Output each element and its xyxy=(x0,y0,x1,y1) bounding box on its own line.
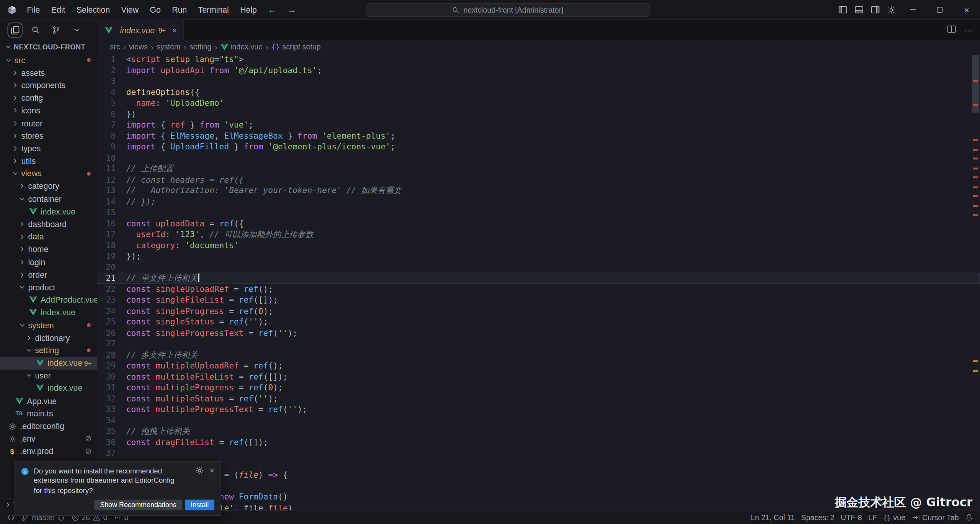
tree-item-user[interactable]: user xyxy=(0,369,97,382)
line-number[interactable]: 22 xyxy=(98,283,126,295)
line-number[interactable]: 10 xyxy=(98,152,126,164)
line-number[interactable]: 37 xyxy=(98,448,126,459)
tree-item-container[interactable]: container xyxy=(0,193,97,205)
line-number[interactable]: 9 xyxy=(98,141,126,152)
more-actions-icon[interactable]: ··· xyxy=(964,25,973,35)
tab-close-icon[interactable]: × xyxy=(172,25,177,35)
tree-item-dictionary[interactable]: dictionary xyxy=(0,332,97,344)
tree-item-icons[interactable]: icons xyxy=(0,104,97,117)
cursor-tab-item[interactable]: Cursor Tab xyxy=(908,513,962,522)
tab-index-vue[interactable]: index.vue 9+ × xyxy=(98,20,184,40)
tree-item-addproduct-vue[interactable]: AddProduct.vue xyxy=(0,294,97,306)
line-number[interactable]: 20 xyxy=(98,262,126,273)
tree-item-index-vue[interactable]: index.vue xyxy=(0,382,97,395)
tree-item-editorconfig[interactable]: .editorconfig xyxy=(0,420,97,432)
code-line-30[interactable]: 30const multipleFileList = ref([]); xyxy=(98,371,980,382)
tree-item-env[interactable]: .env xyxy=(0,432,97,445)
line-number[interactable]: 29 xyxy=(98,360,126,371)
indentation-item[interactable]: Spaces: 2 xyxy=(798,513,837,522)
line-number[interactable]: 28 xyxy=(98,349,126,360)
tree-item-category[interactable]: category xyxy=(0,180,97,193)
line-number[interactable]: 35 xyxy=(98,426,126,437)
tree-item-main-ts[interactable]: TSmain.ts xyxy=(0,407,97,420)
tree-item-assets[interactable]: assets xyxy=(0,66,97,79)
code-line-9[interactable]: 9import { UploadFilled } from '@element-… xyxy=(98,141,980,152)
line-number[interactable]: 19 xyxy=(98,251,126,262)
breadcrumb-item-views[interactable]: views xyxy=(129,43,148,51)
split-editor-icon[interactable] xyxy=(947,25,956,36)
code-line-12[interactable]: 12// const headers = ref({ xyxy=(98,174,980,185)
code-line-10[interactable]: 10 xyxy=(98,152,980,164)
line-number[interactable]: 3 xyxy=(98,76,126,87)
code-line-39[interactable]: 39const customRequest = (file) => { xyxy=(98,470,980,481)
nav-back-button[interactable]: ← xyxy=(263,4,282,15)
nav-forward-button[interactable]: → xyxy=(282,4,301,15)
code-editor[interactable]: 1<script setup lang="ts">2import uploadA… xyxy=(98,54,980,510)
window-close-button[interactable]: × xyxy=(953,0,980,20)
breadcrumb-item-system[interactable]: system xyxy=(157,43,180,51)
line-number[interactable]: 27 xyxy=(98,338,126,349)
window-minimize-button[interactable] xyxy=(899,0,926,20)
line-number[interactable]: 12 xyxy=(98,174,126,185)
code-line-1[interactable]: 1<script setup lang="ts"> xyxy=(98,54,980,65)
tree-item-system[interactable]: system xyxy=(0,319,97,332)
language-mode-item[interactable]: {} vue xyxy=(880,513,908,522)
line-number[interactable]: 17 xyxy=(98,229,126,240)
toggle-secondary-sidebar-icon[interactable] xyxy=(867,2,883,18)
toggle-panel-icon[interactable] xyxy=(851,2,867,18)
line-number[interactable]: 23 xyxy=(98,295,126,306)
line-number[interactable]: 4 xyxy=(98,87,126,98)
code-line-34[interactable]: 34 xyxy=(98,415,980,426)
notification-settings-gear-icon[interactable] xyxy=(196,467,204,475)
line-number[interactable]: 14 xyxy=(98,196,126,207)
code-line-33[interactable]: 33const multipleProgressText = ref(''); xyxy=(98,404,980,415)
code-line-18[interactable]: 18 category: 'documents' xyxy=(98,240,980,251)
code-line-29[interactable]: 29const multipleUploadRef = ref(); xyxy=(98,360,980,371)
code-line-20[interactable]: 20 xyxy=(98,262,980,273)
code-line-8[interactable]: 8import { ElMessage, ElMessageBox } from… xyxy=(98,130,980,141)
line-number[interactable]: 21 xyxy=(98,273,126,284)
line-number[interactable]: 34 xyxy=(98,415,126,426)
project-root-header[interactable]: NEXTCLOUD-FRONT xyxy=(0,40,97,54)
code-line-37[interactable]: 37 xyxy=(98,448,980,459)
tree-item-index-vue[interactable]: index.vue xyxy=(0,306,97,319)
menu-go[interactable]: Go xyxy=(144,0,167,20)
notification-close-icon[interactable]: × xyxy=(210,467,214,475)
line-number[interactable]: 13 xyxy=(98,185,126,196)
code-line-40[interactable]: 40 console.log(file) xyxy=(98,481,980,492)
line-number[interactable]: 5 xyxy=(98,98,126,109)
tree-item-app-vue[interactable]: App.vue xyxy=(0,395,97,407)
show-recommendations-button[interactable]: Show Recommendations xyxy=(94,499,182,510)
tree-item-views[interactable]: views xyxy=(0,167,97,180)
eol-item[interactable]: LF xyxy=(865,513,880,522)
code-line-11[interactable]: 11// 上传配置 xyxy=(98,163,980,174)
tree-item-components[interactable]: components xyxy=(0,79,97,92)
line-number[interactable]: 2 xyxy=(98,65,126,76)
tree-item-stores[interactable]: stores xyxy=(0,129,97,142)
line-number[interactable]: 16 xyxy=(98,218,126,229)
code-line-19[interactable]: 19}); xyxy=(98,251,980,262)
tree-item-router[interactable]: router xyxy=(0,117,97,129)
line-number[interactable]: 15 xyxy=(98,207,126,218)
menu-view[interactable]: View xyxy=(116,0,144,20)
breadcrumb-item-src[interactable]: src xyxy=(110,43,120,51)
tree-item-types[interactable]: types xyxy=(0,142,97,155)
code-line-25[interactable]: 25const singleStatus = ref(''); xyxy=(98,316,980,328)
breadcrumb-item-index-vue[interactable]: index.vue xyxy=(220,43,263,51)
code-line-22[interactable]: 22const singleUploadRef = ref(); xyxy=(98,283,980,295)
line-number[interactable]: 8 xyxy=(98,130,126,141)
code-line-5[interactable]: 5 name: 'UploadDemo' xyxy=(98,98,980,109)
code-line-35[interactable]: 35// 拖拽上传相关 xyxy=(98,426,980,437)
menu-help[interactable]: Help xyxy=(234,0,262,20)
toggle-primary-sidebar-icon[interactable] xyxy=(835,2,851,18)
line-number[interactable]: 31 xyxy=(98,382,126,393)
encoding-item[interactable]: UTF-8 xyxy=(838,513,865,522)
source-control-icon[interactable] xyxy=(49,23,64,38)
line-number[interactable]: 18 xyxy=(98,240,126,251)
code-line-2[interactable]: 2import uploadApi from '@/api/upload.ts'… xyxy=(98,65,980,76)
line-number[interactable]: 26 xyxy=(98,328,126,339)
tree-item-index-vue[interactable]: index.vue xyxy=(0,205,97,218)
line-number[interactable]: 32 xyxy=(98,393,126,404)
code-line-15[interactable]: 15 xyxy=(98,207,980,218)
menu-terminal[interactable]: Terminal xyxy=(193,0,235,20)
